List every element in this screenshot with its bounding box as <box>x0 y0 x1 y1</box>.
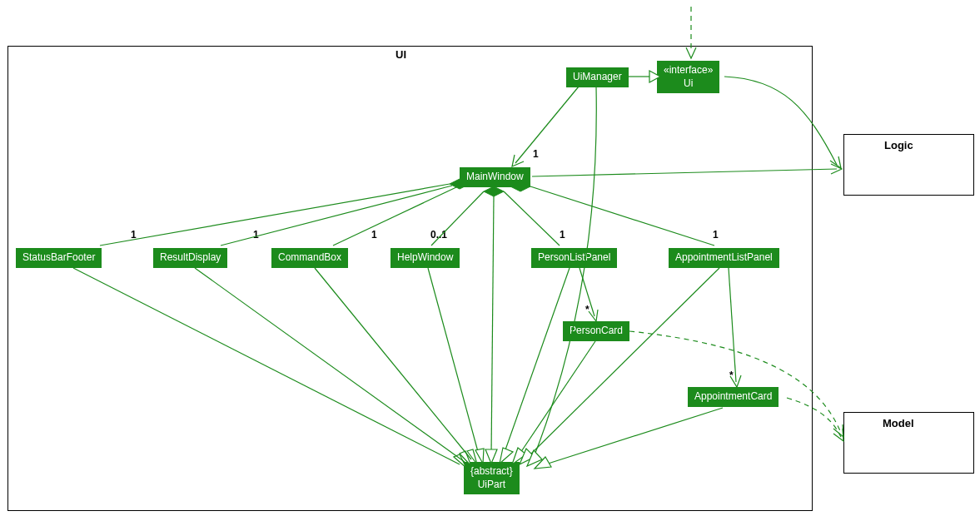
class-command-box: CommandBox <box>271 248 348 268</box>
package-model-label: Model <box>883 417 914 429</box>
mult-helpwindow: 0..1 <box>430 229 447 241</box>
class-status-bar-footer: StatusBarFooter <box>16 248 102 268</box>
package-ui-label: UI <box>395 48 406 61</box>
class-appointment-list-panel: AppointmentListPanel <box>669 248 779 268</box>
mult-commandbox: 1 <box>371 229 377 241</box>
class-appointment-card: AppointmentCard <box>688 387 779 407</box>
class-result-display: ResultDisplay <box>153 248 227 268</box>
class-person-list-panel: PersonListPanel <box>531 248 617 268</box>
package-logic-label: Logic <box>884 139 913 151</box>
mult-resultdisplay: 1 <box>253 229 259 241</box>
package-ui <box>7 46 813 511</box>
mult-mainwindow: 1 <box>533 148 539 160</box>
class-person-card: PersonCard <box>563 321 629 341</box>
class-main-window: MainWindow <box>460 167 530 187</box>
mult-appointmentcard: * <box>729 370 734 381</box>
mult-appointmentlist: 1 <box>713 229 719 241</box>
mult-personcard: * <box>585 304 589 315</box>
mult-statusbar: 1 <box>131 229 137 241</box>
class-ui-interface: «interface» Ui <box>657 61 719 93</box>
class-help-window: HelpWindow <box>391 248 460 268</box>
class-ui-manager: UiManager <box>566 67 629 87</box>
mult-personlist: 1 <box>560 229 565 241</box>
class-ui-part: {abstract} UiPart <box>464 462 520 494</box>
